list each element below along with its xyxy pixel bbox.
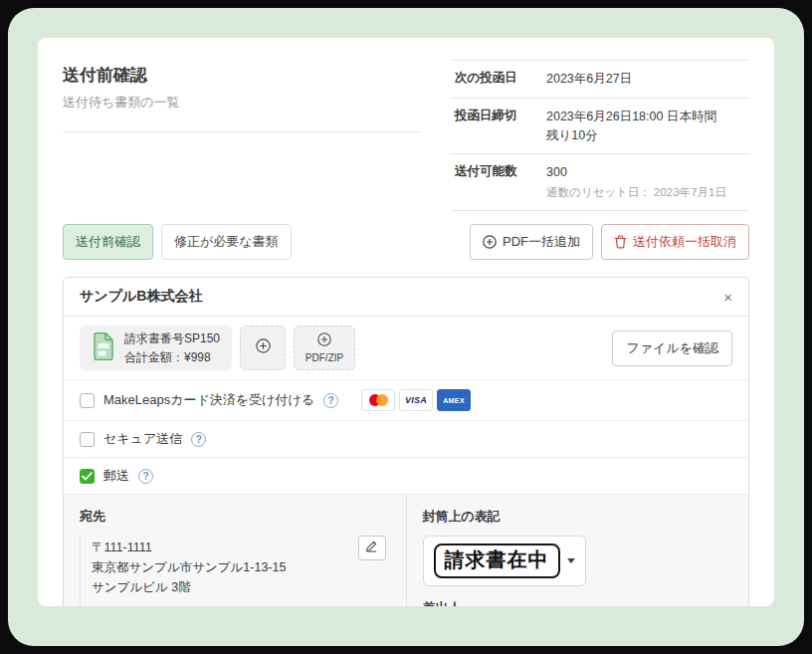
edit-address-button[interactable]: [358, 536, 386, 560]
document-number: 請求書番号SP150: [124, 329, 220, 348]
help-icon[interactable]: ?: [191, 432, 206, 447]
recipient-card: サンプルB株式会社 × 請求書番号SP150 合計金額：¥998: [63, 277, 749, 606]
address-heading: 宛先: [80, 508, 390, 526]
filter-toolbar: 送付前確認 修正が必要な書類 PDF一括追加 送付依頼一括取消: [63, 224, 749, 260]
card-payment-checkbox[interactable]: [80, 393, 95, 408]
info-label: 投函日締切: [455, 108, 546, 145]
cancel-send-requests-label: 送付依頼一括取消: [633, 233, 736, 251]
payment-logos: VISA AMEX: [361, 389, 471, 411]
tab-needs-correction[interactable]: 修正が必要な書類: [161, 224, 292, 260]
info-value: 300 通数のリセット日： 2023年7月1日: [546, 163, 726, 201]
info-label: 送付可能数: [455, 163, 546, 201]
check-files-button[interactable]: ファイルを確認: [612, 330, 732, 366]
pdf-zip-label: PDF/ZIP: [305, 352, 343, 363]
info-value: 2023年6月26日18:00 日本時間 残り10分: [546, 108, 716, 145]
invoice-enclosed-stamp: 請求書在中: [434, 544, 560, 578]
pdf-bulk-add-label: PDF一括追加: [503, 233, 580, 251]
circle-plus-icon: [256, 338, 271, 357]
info-row-deadline: 投函日締切 2023年6月26日18:00 日本時間 残り10分: [451, 99, 749, 155]
capacity-reset-date: 通数のリセット日： 2023年7月1日: [546, 184, 726, 201]
secure-send-label: セキュア送信: [103, 430, 182, 448]
envelope-heading: 封筒上の表記: [423, 508, 733, 526]
circle-plus-icon: [317, 332, 331, 350]
pdf-bulk-add-button[interactable]: PDF一括追加: [470, 224, 593, 260]
envelope-column: 封筒上の表記 請求書在中 差出人 サンプル株式会社(B) 〒000-0: [406, 495, 749, 606]
envelope-stamp-dropdown[interactable]: 請求書在中: [423, 536, 586, 586]
check-icon: [82, 467, 93, 485]
info-row-send-capacity: 送付可能数 300 通数のリセット日： 2023年7月1日: [451, 154, 749, 211]
page-background-frame: 送付前確認 送付待ち書類の一覧 次の投函日 2023年6月27日 投函日締切 2…: [8, 8, 804, 646]
address-lines: 〒111-1111 東京都サンプル市サンプル1-13-15 サンプルビル 3階: [92, 538, 346, 597]
add-pdf-zip-button[interactable]: PDF/ZIP: [294, 326, 355, 370]
cancel-send-requests-button[interactable]: 送付依頼一括取消: [601, 224, 749, 260]
deadline-datetime: 2023年6月26日18:00 日本時間: [546, 108, 716, 126]
address-envelope-section: 宛先 〒111-1111 東京都サンプル市サンプル1-13-15 サンプルビル …: [64, 495, 748, 606]
document-icon: [92, 332, 115, 364]
add-document-button[interactable]: [240, 326, 286, 370]
deadline-remaining: 残り10分: [546, 126, 716, 145]
document-summary: 請求書番号SP150 合計金額：¥998: [124, 329, 220, 366]
pencil-icon: [365, 539, 378, 558]
visa-icon: VISA: [399, 389, 433, 411]
main-panel: 送付前確認 送付待ち書類の一覧 次の投函日 2023年6月27日 投函日締切 2…: [38, 38, 774, 606]
page-subtitle: 送付待ち書類の一覧: [63, 94, 421, 111]
mastercard-icon: [361, 389, 395, 411]
header: 送付前確認 送付待ち書類の一覧 次の投函日 2023年6月27日 投函日締切 2…: [63, 60, 749, 211]
header-titles: 送付前確認 送付待ち書類の一覧: [63, 60, 421, 132]
option-row-postal-mail: 郵送 ?: [64, 458, 748, 495]
info-label: 次の投函日: [455, 70, 546, 89]
sender-heading: 差出人: [423, 599, 733, 606]
close-icon[interactable]: ×: [723, 290, 732, 305]
amex-icon: AMEX: [437, 389, 471, 411]
help-icon[interactable]: ?: [323, 393, 338, 408]
postal-mail-label: 郵送: [103, 467, 129, 485]
help-icon[interactable]: ?: [138, 469, 153, 484]
recipient-name: サンプルB株式会社: [80, 288, 202, 306]
postal-code: 〒111-1111: [92, 538, 346, 557]
recipient-address-block: 〒111-1111 東京都サンプル市サンプル1-13-15 サンプルビル 3階 …: [80, 536, 390, 606]
invoice-document-chip[interactable]: 請求書番号SP150 合計金額：¥998: [80, 326, 232, 370]
info-value: 2023年6月27日: [546, 70, 632, 89]
postal-mail-checkbox[interactable]: [80, 469, 95, 484]
tab-presend-check[interactable]: 送付前確認: [63, 224, 153, 260]
info-row-next-post-date: 次の投函日 2023年6月27日: [451, 61, 749, 99]
circle-plus-icon: [483, 235, 497, 249]
mailing-info-table: 次の投函日 2023年6月27日 投函日締切 2023年6月26日18:00 日…: [451, 60, 749, 211]
recipient-address-column: 宛先 〒111-1111 東京都サンプル市サンプル1-13-15 サンプルビル …: [64, 495, 406, 606]
page-title: 送付前確認: [63, 64, 421, 87]
address-line: サンプルビル 3階: [92, 577, 346, 597]
capacity-count: 300: [546, 163, 726, 182]
option-row-secure-send: セキュア送信 ?: [64, 421, 748, 458]
option-row-card-payment: MakeLeapsカード決済を受け付ける ? VISA AMEX: [64, 380, 748, 421]
recipient-card-header: サンプルB株式会社 ×: [64, 278, 748, 317]
documents-row: 請求書番号SP150 合計金額：¥998 PDF/ZIP ファイルを確認: [64, 317, 748, 380]
trash-icon: [614, 235, 627, 249]
chevron-down-icon: [567, 558, 575, 563]
document-total: 合計金額：¥998: [124, 348, 220, 367]
card-payment-label: MakeLeapsカード決済を受け付ける: [103, 391, 314, 409]
secure-send-checkbox[interactable]: [80, 432, 95, 447]
address-line: 東京都サンプル市サンプル1-13-15: [92, 557, 346, 577]
